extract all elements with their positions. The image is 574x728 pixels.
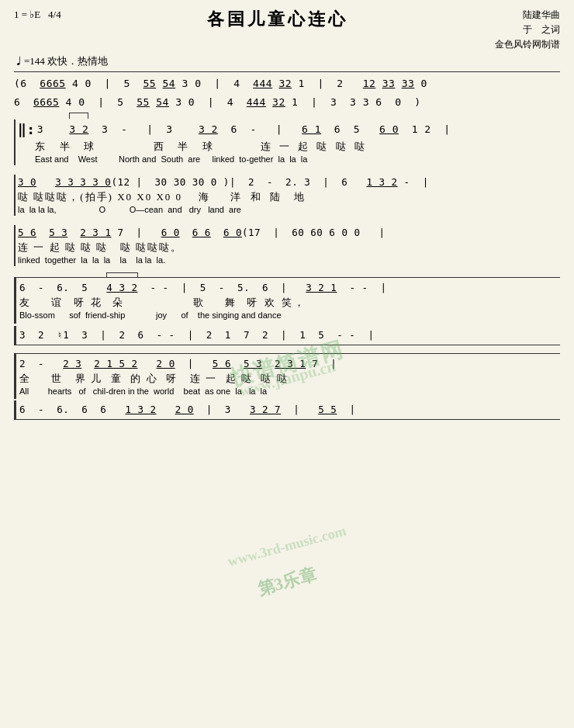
bridge2-section: 3 2 ♮1 3 | 2 6 - - | 2 1 7 2 | 1 5 - - | <box>14 326 560 345</box>
verse1-notes: ‖: 3 3 2 3 - | 3 3 2 6 - | 6 1 6 5 6 0 1… <box>18 120 560 139</box>
verse3-section: 5 6 5 3 2 3 1 7 | 6 0 6 6 6 0(17 | 60 60… <box>14 225 560 266</box>
verse1-en: East and West North and South are linked… <box>18 154 560 165</box>
header-left: 1 = ♭E 4/4 <box>14 8 61 22</box>
chorus1-cn: 全 世 界 儿 童 的 心 呀 连 一 起 哒 哒 哒 <box>19 371 560 387</box>
intro-line1-notes: (6 6665 4 0 | 5 55 54 3 0 | 4 444 32 1 |… <box>14 76 427 92</box>
header: 1 = ♭E 4/4 各国儿童心连心 陆建华曲 于 之词 金色风铃网制谱 <box>14 8 560 53</box>
verse3-en: linked together la la la la la la la. <box>18 255 560 266</box>
chorus1-notes: 2 - 2 3 2 1 5 2 2 0 | 5 6 5 3 2 3 1 7 | <box>19 356 560 371</box>
bridge1-en: Blo-ssom sof friend-ship joy of the sing… <box>19 310 560 321</box>
header-right: 陆建华曲 于 之词 金色风铃网制谱 <box>495 8 560 53</box>
page: 1 = ♭E 4/4 各国儿童心连心 陆建华曲 于 之词 金色风铃网制谱 ♩=1… <box>0 0 574 728</box>
top-divider <box>14 71 560 72</box>
chorus2-section: 6 - 6. 6 6 1 3 2 2 0 | 3 3 2 7 | 5 5 | <box>14 400 560 420</box>
key-sig: 1 = ♭E <box>14 9 40 20</box>
verse1-section: ‖: 3 3 2 3 - | 3 3 2 6 - | 6 1 6 5 6 0 1… <box>14 120 560 165</box>
composer: 陆建华曲 <box>495 8 560 23</box>
bridge1-notes: 6 - 6. 5 4 3 2 - - | 5 - 5. 6 | 3 2 1 - … <box>19 280 560 295</box>
verse1-notation: 3 3 2 3 - | 3 3 2 6 - | 6 1 6 5 6 0 1 2 … <box>37 123 451 135</box>
verse2-cn: 哒 哒哒哒，(拍手) X0 X0 X0 0 海 洋 和 陆 地 <box>18 189 560 205</box>
verse1-cn: 东 半 球 西 半 球 连 一 起 哒 哒 哒 <box>18 139 560 154</box>
bridge1-section: 6 - 6. 5 4 3 2 - - | 5 - 5. 6 | 3 2 1 - … <box>14 277 560 324</box>
verse2-en: la la la la, O O—cean and dry land are <box>18 205 560 216</box>
tempo-line: ♩=144 欢快．热情地 <box>14 54 560 68</box>
verse3-notes: 5 6 5 3 2 3 1 7 | 6 0 6 6 6 0(17 | 60 60… <box>18 225 560 240</box>
verse3-cn: 连 一 起 哒 哒 哒 哒 哒哒哒。 <box>18 240 560 255</box>
intro-section: (6 6665 4 0 | 5 55 54 3 0 | 4 444 32 1 |… <box>14 75 560 112</box>
key-time-sig: 1 = ♭E 4/4 <box>14 8 61 22</box>
intro-line1: (6 6665 4 0 | 5 55 54 3 0 | 4 444 32 1 |… <box>14 75 560 93</box>
publisher: 金色风铃网制谱 <box>495 37 560 52</box>
bridge1-cn: 友 谊 呀 花 朵 歌 舞 呀 欢 笑， <box>19 295 560 310</box>
verse2-notes: 3 0 3 3 3 3 0(12 | 30 30 30 0 )| 2 - 2. … <box>18 175 560 189</box>
time-sig: 4/4 <box>48 9 61 20</box>
title: 各国儿童心连心 <box>61 8 495 31</box>
chorus1-en: All hearts of chil-dren in the world bea… <box>19 387 560 397</box>
bridge2-notes: 3 2 ♮1 3 | 2 6 - - | 2 1 7 2 | 1 5 - - | <box>19 328 560 342</box>
lyricist: 于 之词 <box>495 23 560 37</box>
watermark4: 第3乐章 <box>255 563 319 601</box>
repeat-start-sign: ‖: <box>18 121 36 137</box>
intro-line2-notes: 6 6665 4 0 | 5 55 54 3 0 | 4 444 32 1 | … <box>14 95 421 110</box>
chorus1-section: 2 - 2 3 2 1 5 2 2 0 | 5 6 5 3 2 3 1 7 | … <box>14 353 560 399</box>
intro-line2: 6 6665 4 0 | 5 55 54 3 0 | 4 444 32 1 | … <box>14 93 560 112</box>
chorus2-notes: 6 - 6. 6 6 1 3 2 2 0 | 3 3 2 7 | 5 5 | <box>19 402 560 417</box>
watermark3: www.3rd-music.com <box>226 522 348 570</box>
verse2-section: 3 0 3 3 3 3 0(12 | 30 30 30 0 )| 2 - 2. … <box>14 175 560 216</box>
